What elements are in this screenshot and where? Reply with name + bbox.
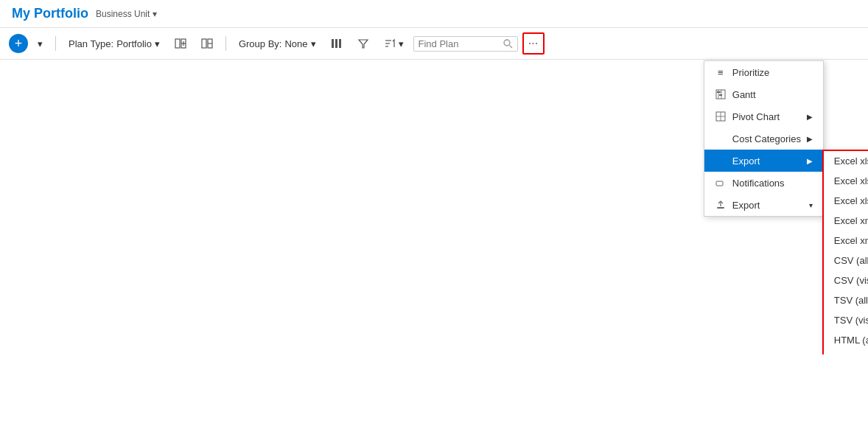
plan-type-selector[interactable]: Plan Type: Portfolio ▾ [63, 35, 165, 53]
menu-item-export-label: Export [732, 155, 760, 167]
more-dropdown-overlay: ≡ Prioritize Gantt [704, 60, 824, 217]
cost-categories-icon [715, 133, 727, 144]
filter-icon [357, 38, 369, 49]
sort-button[interactable]: ▾ [379, 34, 409, 53]
svg-line-15 [509, 46, 512, 49]
more-options-label: ··· [528, 37, 538, 50]
remove-column-icon [201, 38, 213, 49]
notifications-icon [715, 177, 727, 189]
group-by-chevron: ▾ [311, 38, 316, 49]
group-by-selector[interactable]: Group By: None ▾ [234, 35, 321, 53]
remove-column-button[interactable] [196, 34, 218, 53]
svg-rect-7 [332, 39, 334, 48]
group-by-value: None [284, 38, 307, 49]
search-input[interactable] [419, 38, 500, 49]
export-item-csv-visible[interactable]: CSV (visible items) [824, 270, 868, 290]
export-item-xml-all[interactable]: Excel xml (all items) [824, 211, 868, 231]
pivot-chart-chevron: ▶ [807, 113, 813, 121]
export-submenu: Excel xlsx (pivot table definition) ↖ Ex… [822, 150, 868, 354]
svg-rect-29 [717, 207, 724, 209]
export-item-xml-visible[interactable]: Excel xml (visible items) [824, 231, 868, 251]
menu-item-notifications-label: Notifications [732, 178, 785, 189]
menu-item-prioritize-label: Prioritize [732, 67, 770, 78]
svg-marker-10 [359, 40, 368, 48]
add-dropdown-button[interactable]: ▾ [32, 35, 48, 53]
svg-rect-9 [339, 39, 341, 48]
export-item-xlsx-pivot-label: Excel xlsx (pivot table definition) [834, 155, 868, 167]
export-item-tsv-visible-label: TSV (visible items) [834, 315, 868, 326]
menu-item-gantt-label: Gantt [732, 89, 756, 100]
export-icon [715, 155, 727, 167]
export-item-xlsx-all-label: Excel xlsx (all items) [834, 175, 868, 186]
svg-rect-8 [335, 39, 337, 48]
export-item-html-all[interactable]: HTML (all items) [824, 330, 868, 350]
export-item-xlsx-pivot[interactable]: Excel xlsx (pivot table definition) ↖ [824, 151, 868, 171]
search-box [413, 36, 518, 52]
export-item-xml-all-label: Excel xml (all items) [834, 215, 868, 226]
add-column-button[interactable] [169, 34, 192, 53]
export2-chevron: ▾ [809, 201, 813, 209]
search-icon [503, 38, 513, 49]
plan-type-chevron: ▾ [155, 38, 160, 49]
svg-rect-19 [717, 91, 721, 93]
menu-item-cost-categories-label: Cost Categories [732, 133, 801, 144]
export-item-xlsx-all[interactable]: Excel xlsx (all items) [824, 171, 868, 191]
export-item-xlsx-visible[interactable]: Excel xlsx (visible items) [824, 191, 868, 211]
add-column-icon [175, 38, 186, 49]
export-item-tsv-visible[interactable]: TSV (visible items) [824, 310, 868, 330]
toolbar-separator-2 [225, 36, 226, 51]
toolbar-separator-1 [55, 36, 56, 51]
svg-rect-4 [202, 39, 206, 48]
business-unit-label: Business Unit ▾ [96, 9, 157, 19]
export-item-tsv-all-label: TSV (all items) [834, 295, 868, 306]
menu-item-export[interactable]: Export ▶ Excel xlsx (pivot table definit… [704, 150, 823, 172]
column-view-button[interactable] [326, 34, 348, 53]
more-options-button[interactable]: ··· [522, 32, 545, 55]
filter-button[interactable] [352, 34, 374, 53]
sort-icon [384, 38, 396, 49]
export-item-xlsx-visible-label: Excel xlsx (visible items) [834, 195, 868, 206]
svg-point-14 [504, 40, 510, 46]
menu-item-pivot-chart[interactable]: Pivot Chart ▶ [704, 105, 823, 127]
export-chevron: ▶ [807, 157, 813, 165]
export-item-html-visible[interactable]: HTML (visible items) [824, 350, 868, 354]
header: My Portfolio Business Unit ▾ [0, 0, 868, 28]
export-item-csv-all[interactable]: CSV (all items) [824, 251, 868, 270]
cost-categories-chevron: ▶ [807, 135, 813, 143]
svg-rect-20 [719, 94, 722, 96]
export-item-xml-visible-label: Excel xml (visible items) [834, 235, 868, 246]
menu-item-gantt[interactable]: Gantt [704, 83, 823, 105]
export2-icon [715, 199, 727, 211]
gantt-icon [715, 88, 727, 100]
menu-item-cost-categories[interactable]: Cost Categories ▶ [704, 127, 823, 150]
menu-item-pivot-chart-label: Pivot Chart [732, 111, 780, 122]
export-submenu-list: Excel xlsx (pivot table definition) ↖ Ex… [822, 150, 868, 354]
menu-item-prioritize[interactable]: ≡ Prioritize [704, 61, 823, 83]
export-item-html-all-label: HTML (all items) [834, 335, 868, 346]
menu-item-notifications[interactable]: Notifications [704, 172, 823, 194]
column-view-icon [331, 38, 343, 49]
portfolio-title[interactable]: My Portfolio [12, 6, 88, 21]
more-dropdown-menu: ≡ Prioritize Gantt [704, 60, 824, 217]
pivot-chart-icon [715, 111, 727, 122]
plan-type-value: Portfolio [116, 38, 152, 49]
export-item-tsv-all[interactable]: TSV (all items) [824, 290, 868, 310]
export-item-csv-visible-label: CSV (visible items) [834, 275, 868, 286]
prioritize-icon: ≡ [715, 66, 727, 78]
toolbar: + ▾ Plan Type: Portfolio ▾ Group By: Non… [0, 28, 868, 60]
group-by-label: Group By: [239, 38, 282, 49]
plan-type-label: Plan Type: [69, 38, 113, 49]
export-item-csv-all-label: CSV (all items) [834, 255, 868, 266]
menu-item-export2[interactable]: Export ▾ [704, 194, 823, 216]
svg-rect-24 [716, 181, 723, 186]
menu-item-export2-label: Export [732, 200, 760, 211]
svg-rect-0 [175, 39, 180, 48]
add-button[interactable]: + [9, 34, 28, 53]
